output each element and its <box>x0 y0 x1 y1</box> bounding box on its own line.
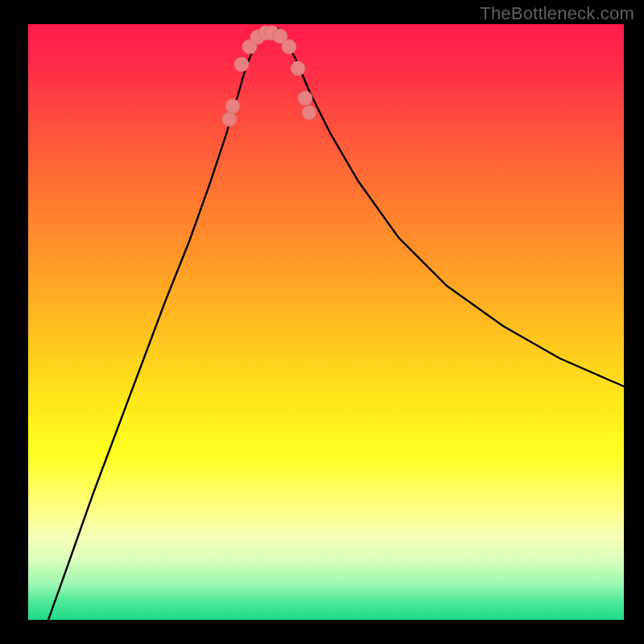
data-dot <box>291 61 305 76</box>
chart-frame: TheBottleneck.com <box>0 0 644 644</box>
data-dot <box>298 91 312 105</box>
data-dot <box>302 105 316 120</box>
data-dot <box>282 39 296 54</box>
data-dot <box>225 99 240 114</box>
data-dot <box>234 57 249 72</box>
watermark-text: TheBottleneck.com <box>480 3 634 24</box>
right-curve <box>278 28 624 386</box>
data-dot <box>222 112 237 126</box>
chart-svg <box>28 24 624 620</box>
plot-area <box>28 24 624 620</box>
